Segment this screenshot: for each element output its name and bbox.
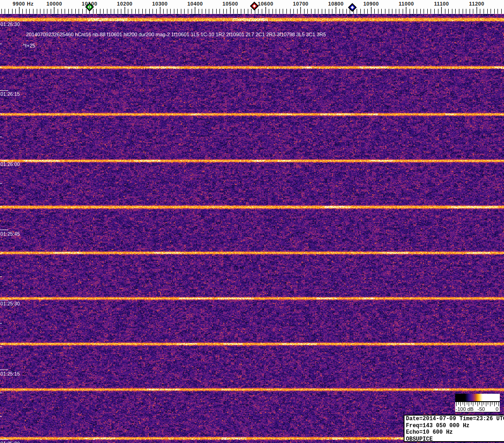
svg-text:10600: 10600: [258, 1, 273, 7]
svg-text:10800: 10800: [328, 1, 344, 7]
svg-text:10000: 10000: [46, 1, 62, 7]
svg-text:10500: 10500: [223, 1, 239, 7]
svg-text:9900 Hz: 9900 Hz: [13, 1, 33, 7]
svg-text:10700: 10700: [293, 1, 309, 7]
svg-text:10300: 10300: [152, 1, 168, 7]
svg-text:10400: 10400: [187, 1, 203, 7]
svg-text:11100: 11100: [434, 1, 449, 7]
svg-text:10900: 10900: [363, 1, 379, 7]
svg-text:10200: 10200: [117, 1, 133, 7]
svg-text:11200: 11200: [469, 1, 484, 7]
svg-text:11000: 11000: [398, 1, 414, 7]
